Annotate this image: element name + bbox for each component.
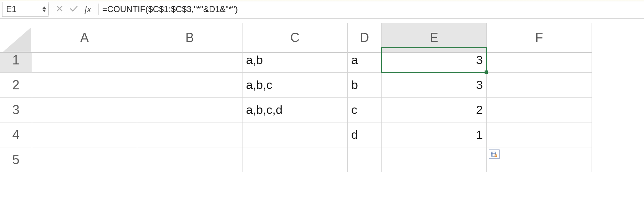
cell-E5[interactable] — [382, 147, 487, 172]
formula-input[interactable] — [99, 2, 644, 17]
cell-E3[interactable]: 2 — [382, 98, 487, 122]
arrow-down-icon[interactable] — [42, 10, 46, 12]
cell-A2[interactable] — [32, 73, 137, 98]
cell-D4[interactable]: d — [348, 122, 382, 147]
cell-A4[interactable] — [32, 122, 137, 147]
cell-A3[interactable] — [32, 98, 137, 122]
cell-E1[interactable]: 3 — [382, 48, 487, 73]
cell-D1[interactable]: a — [348, 48, 382, 73]
cell-B4[interactable] — [137, 122, 242, 147]
select-all-corner[interactable] — [0, 23, 32, 53]
row-header-2[interactable]: 2 — [0, 73, 32, 98]
cell-B3[interactable] — [137, 98, 242, 122]
cell-C3[interactable]: a,b,c,d — [242, 98, 348, 122]
cell-B2[interactable] — [137, 73, 242, 98]
fx-icon[interactable]: fx — [85, 4, 91, 15]
formula-bar: E1 fx — [0, 0, 644, 19]
cell-C1[interactable]: a,b — [242, 48, 348, 73]
cell-A5[interactable] — [32, 147, 137, 172]
cell-A1[interactable] — [32, 48, 137, 73]
name-box-stepper[interactable] — [42, 6, 46, 12]
cell-D3[interactable]: c — [348, 98, 382, 122]
cell-C4[interactable] — [242, 122, 348, 147]
formula-controls: fx — [49, 4, 98, 15]
cancel-icon[interactable] — [56, 4, 63, 14]
row-header-4[interactable]: 4 — [0, 122, 32, 147]
cell-E4[interactable]: 1 — [382, 122, 487, 147]
cell-B1[interactable] — [137, 48, 242, 73]
confirm-icon[interactable] — [70, 4, 78, 14]
cell-D2[interactable]: b — [348, 73, 382, 98]
arrow-up-icon[interactable] — [42, 6, 46, 9]
corner-triangle-icon — [3, 27, 31, 52]
cell-F1[interactable] — [487, 48, 592, 73]
spreadsheet-grid: A B C D E F 1 a,b a 3 2 a,b,c b 3 3 a,b,… — [0, 23, 644, 172]
name-box-text: E1 — [2, 4, 16, 14]
cell-C2[interactable]: a,b,c — [242, 73, 348, 98]
cell-F5[interactable] — [487, 147, 592, 172]
row-header-5[interactable]: 5 — [0, 147, 32, 172]
name-box[interactable]: E1 — [2, 2, 48, 17]
row-header-3[interactable]: 3 — [0, 98, 32, 122]
cell-F2[interactable] — [487, 73, 592, 98]
cell-B5[interactable] — [137, 147, 242, 172]
cell-D5[interactable] — [348, 147, 382, 172]
cell-F3[interactable] — [487, 98, 592, 122]
cell-F4[interactable] — [487, 122, 592, 147]
insert-options-button[interactable] — [489, 150, 500, 159]
cell-C5[interactable] — [242, 147, 348, 172]
cell-E2[interactable]: 3 — [382, 73, 487, 98]
